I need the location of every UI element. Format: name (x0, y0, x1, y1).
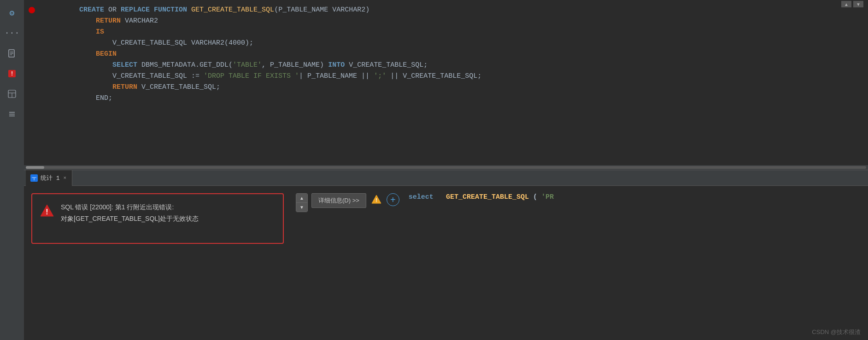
keyword-function: FUNCTION (154, 5, 187, 16)
scrollbar-track (26, 166, 866, 169)
tab-label: 统计 1 (41, 174, 60, 182)
editor-area: CREATE OR REPLACE FUNCTION GET_CREATE_TA… (24, 0, 868, 170)
right-code-text: select GET_CREATE_TABLE_SQL ( 'PR (409, 193, 863, 201)
func-name: GET_CREATE_TABLE_SQL (191, 5, 274, 16)
svg-text:!: ! (46, 208, 48, 216)
error-text-block: SQL 错误 [22000]: 第1 行附近出现错误: 对象[GET_CREAT… (61, 202, 199, 225)
table-icon[interactable] (4, 86, 20, 102)
func-call-right: GET_CREATE_TABLE_SQL (446, 193, 529, 201)
code-line-7: V_CREATE_TABLE_SQL := 'DROP TABLE IF EXI… (79, 71, 859, 82)
error-detail: 对象[GET_CREATE_TABLE_SQL]处于无效状态 (61, 213, 199, 225)
alert-icon[interactable]: ! (4, 65, 20, 82)
svg-text:!: ! (10, 71, 13, 77)
code-line-6: SELECT DBMS_METADATA.GET_DDL( 'TABLE' , … (79, 60, 859, 71)
code-editor[interactable]: CREATE OR REPLACE FUNCTION GET_CREATE_TA… (24, 0, 868, 165)
code-line-5: BEGIN (79, 49, 859, 60)
keyword-select-right: select (409, 193, 434, 201)
string-drop: 'DROP TABLE IF EXISTS ' (204, 71, 299, 82)
add-btn[interactable]: + (387, 193, 399, 206)
result-controls: ▲ ▼ 详细信息(D) >> ! + (291, 186, 404, 340)
horizontal-scrollbar[interactable] (24, 165, 868, 170)
scroll-down-btn[interactable]: ▼ (296, 203, 307, 212)
keyword-end: END; (96, 93, 112, 104)
code-line-1: CREATE OR REPLACE FUNCTION GET_CREATE_TA… (79, 5, 859, 16)
bottom-panel: 统计 1 × ! SQL 错误 [22000]: 第1 行附近出现错误: 对象[… (24, 170, 868, 340)
string-semi: ';' (374, 71, 386, 82)
tab-close-btn[interactable]: × (63, 174, 68, 182)
warning-icon-btn[interactable]: ! (370, 193, 383, 206)
tab-icon (30, 174, 38, 182)
tab-bar: 统计 1 × (24, 170, 868, 186)
right-code-area: select GET_CREATE_TABLE_SQL ( 'PR CSDN @… (404, 186, 868, 340)
scroll-left-btn[interactable]: ▲ (841, 1, 851, 7)
keyword-replace: REPLACE (121, 5, 150, 16)
keyword-select: SELECT (112, 60, 137, 71)
error-panel: ! SQL 错误 [22000]: 第1 行附近出现错误: 对象[GET_CRE… (24, 186, 291, 340)
sidebar: ⚙ ··· ! (0, 0, 24, 340)
tab-statistics[interactable]: 统计 1 × (26, 170, 72, 186)
list-icon[interactable] (4, 106, 20, 122)
svg-text:!: ! (375, 197, 377, 203)
error-title: SQL 错误 [22000]: 第1 行附近出现错误: (61, 202, 199, 213)
vertical-scroll-control: ▲ ▼ (296, 193, 308, 212)
detail-button[interactable]: 详细信息(D) >> (311, 193, 366, 208)
breakpoint-marker (29, 7, 35, 13)
document-icon[interactable] (4, 45, 20, 62)
watermark: CSDN @技术很渣 (812, 328, 861, 336)
keyword-into: INTO (328, 60, 345, 71)
keyword-create: CREATE (79, 5, 104, 16)
main-area: CREATE OR REPLACE FUNCTION GET_CREATE_TA… (24, 0, 868, 340)
keyword-return2: RETURN (112, 82, 137, 93)
code-line-8: RETURN V_CREATE_TABLE_SQL; (79, 82, 859, 93)
scrollbar-thumb (26, 166, 44, 169)
string-pr: 'PR (541, 193, 554, 201)
scroll-up-btn[interactable]: ▲ (296, 194, 307, 203)
scroll-arrows: ▲ ▼ (841, 1, 863, 7)
keyword-begin: BEGIN (96, 49, 117, 60)
code-line-2: RETURN VARCHAR2 (79, 16, 859, 27)
dots-icon[interactable]: ··· (4, 25, 20, 41)
code-line-4: V_CREATE_TABLE_SQL VARCHAR2(4000); (79, 38, 859, 49)
results-area: ! SQL 错误 [22000]: 第1 行附近出现错误: 对象[GET_CRE… (24, 186, 868, 340)
keyword-is: IS (96, 27, 104, 38)
gear-icon[interactable]: ⚙ (4, 5, 20, 21)
scroll-right-btn[interactable]: ▼ (853, 1, 863, 7)
code-line-9: END; (79, 93, 859, 104)
error-box: ! SQL 错误 [22000]: 第1 行附近出现错误: 对象[GET_CRE… (31, 193, 284, 244)
string-table: 'TABLE' (233, 60, 262, 71)
keyword-return: RETURN (96, 16, 121, 27)
code-line-3: IS (79, 27, 859, 38)
error-triangle-icon: ! (40, 203, 54, 218)
